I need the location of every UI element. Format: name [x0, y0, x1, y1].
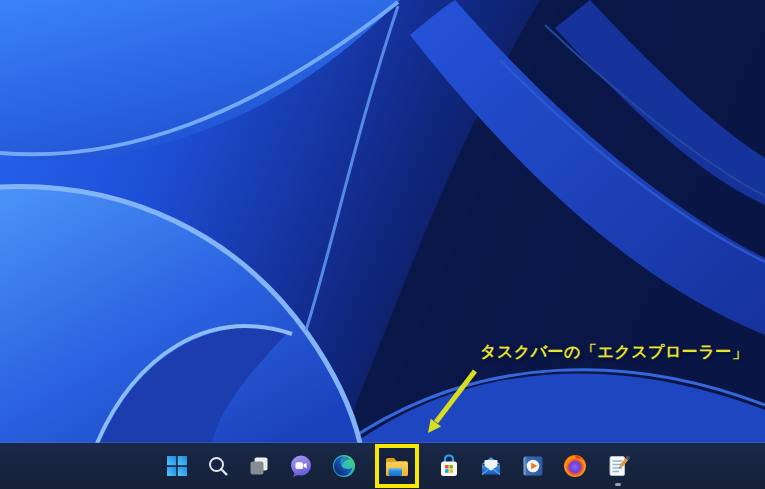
- notepad-button[interactable]: [606, 454, 630, 478]
- taskbar-icon-row: [166, 443, 630, 489]
- chat-icon: [289, 454, 313, 478]
- bloom-wallpaper: [0, 0, 765, 443]
- desktop-surface[interactable]: タスクバーの「エクスプローラー」: [0, 0, 765, 443]
- file-explorer-icon: [384, 454, 410, 478]
- search-button[interactable]: [207, 455, 229, 477]
- mail-icon: [479, 454, 503, 478]
- windows-logo-icon: [166, 455, 188, 477]
- movies-tv-button[interactable]: [522, 455, 544, 477]
- running-indicator: [615, 483, 621, 486]
- annotation-label: タスクバーの「エクスプローラー」: [480, 342, 748, 363]
- movies-tv-icon: [522, 455, 544, 477]
- file-explorer-button[interactable]: [375, 444, 419, 488]
- annotation-highlight-box: [375, 444, 419, 488]
- start-button[interactable]: [166, 455, 188, 477]
- edge-icon: [332, 454, 356, 478]
- firefox-icon: [563, 454, 587, 478]
- windows-11-screen: タスクバーの「エクスプローラー」: [0, 0, 765, 489]
- chat-button[interactable]: [289, 454, 313, 478]
- taskbar: [0, 443, 765, 489]
- task-view-button[interactable]: [248, 455, 270, 477]
- mail-button[interactable]: [479, 454, 503, 478]
- store-icon: [438, 454, 460, 478]
- firefox-button[interactable]: [563, 454, 587, 478]
- edge-button[interactable]: [332, 454, 356, 478]
- search-icon: [207, 455, 229, 477]
- notepad-icon: [606, 454, 630, 478]
- store-button[interactable]: [438, 454, 460, 478]
- task-view-icon: [248, 455, 270, 477]
